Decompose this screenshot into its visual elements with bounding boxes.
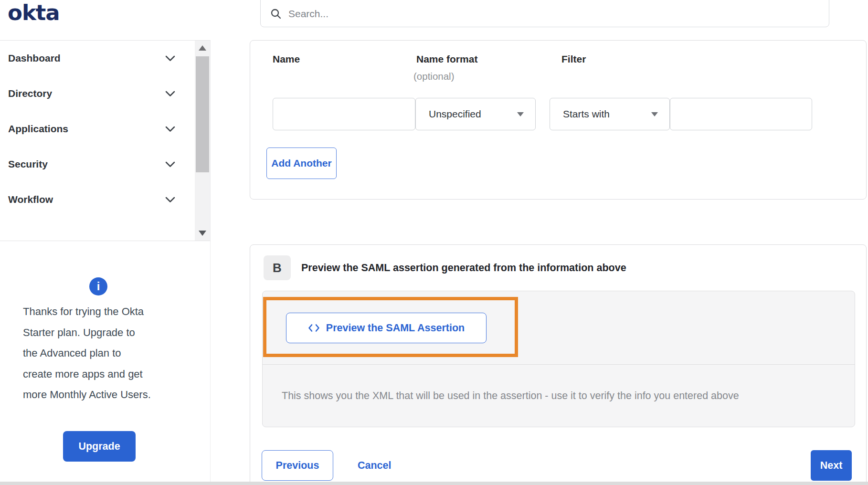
previous-button[interactable]: Previous xyxy=(262,450,333,481)
step-b-badge: B xyxy=(264,255,291,280)
attribute-statement-card: Name Name format (optional) Filter Unspe… xyxy=(250,40,867,200)
preview-section-title: Preview the SAML assertion generated fro… xyxy=(301,262,626,274)
page-bottom-scrollbar[interactable] xyxy=(0,482,868,485)
sidebar-item-workflow[interactable]: Workflow xyxy=(0,182,210,217)
sidebar-item-security[interactable]: Security xyxy=(0,147,210,182)
next-button[interactable]: Next xyxy=(811,450,852,481)
preview-saml-assertion-button[interactable]: Preview the SAML Assertion xyxy=(286,313,487,343)
sidebar-item-label: Dashboard xyxy=(8,53,61,64)
preview-hint-text: This shows you the XML that will be used… xyxy=(282,390,739,402)
chevron-down-icon xyxy=(165,91,175,97)
filter-value-input[interactable] xyxy=(670,98,812,130)
info-icon: i xyxy=(89,277,107,295)
filter-type-select[interactable]: Starts with xyxy=(550,98,670,130)
sidebar-item-directory[interactable]: Directory xyxy=(0,76,210,111)
chevron-down-icon xyxy=(165,126,175,132)
dropdown-caret-icon xyxy=(651,112,658,116)
name-column-label: Name xyxy=(273,53,300,65)
step-header: B Preview the SAML assertion generated f… xyxy=(250,245,866,280)
name-format-column-label: Name format xyxy=(416,53,477,65)
search-input[interactable] xyxy=(288,8,829,20)
preview-panel: Preview the SAML Assertion This shows yo… xyxy=(262,291,855,427)
search-icon xyxy=(270,8,282,20)
dropdown-caret-icon xyxy=(517,112,524,116)
filter-type-selected-value: Starts with xyxy=(563,108,610,120)
scrollbar-up-arrow-icon[interactable] xyxy=(199,45,206,51)
scrollbar-down-arrow-icon[interactable] xyxy=(199,231,206,236)
chevron-down-icon xyxy=(165,161,175,168)
preview-hint-area: This shows you the XML that will be used… xyxy=(263,365,855,427)
sidebar-nav: Dashboard Directory Applications Securit… xyxy=(0,40,211,241)
global-search[interactable] xyxy=(260,0,829,27)
sidebar-item-dashboard[interactable]: Dashboard xyxy=(0,41,210,76)
sidebar-item-label: Security xyxy=(8,158,48,170)
name-format-selected-value: Unspecified xyxy=(429,108,481,120)
scrollbar-thumb[interactable] xyxy=(196,56,209,172)
preview-button-area: Preview the SAML Assertion xyxy=(263,291,855,365)
sidebar-scrollbar[interactable] xyxy=(195,41,210,241)
code-brackets-icon xyxy=(308,324,320,332)
upgrade-button[interactable]: Upgrade xyxy=(63,431,136,462)
cancel-button[interactable]: Cancel xyxy=(358,450,392,481)
saml-preview-card: B Preview the SAML assertion generated f… xyxy=(250,244,867,485)
sidebar-item-applications[interactable]: Applications xyxy=(0,111,210,147)
attribute-name-input[interactable] xyxy=(273,98,415,130)
okta-logo: okta xyxy=(8,0,60,25)
plan-notice-text: Thanks for trying the Okta Starter plan.… xyxy=(23,301,188,405)
sidebar-item-label: Applications xyxy=(8,123,68,135)
chevron-down-icon xyxy=(165,197,175,203)
plan-notice-panel: i Thanks for trying the Okta Starter pla… xyxy=(0,241,211,485)
sidebar-item-label: Workflow xyxy=(8,194,53,205)
name-format-optional-hint: (optional) xyxy=(413,71,454,82)
sidebar-item-label: Directory xyxy=(8,88,52,99)
name-format-select[interactable]: Unspecified xyxy=(415,98,536,130)
chevron-down-icon xyxy=(165,55,175,62)
add-another-button[interactable]: Add Another xyxy=(266,148,337,179)
preview-button-label: Preview the SAML Assertion xyxy=(326,322,465,334)
filter-column-label: Filter xyxy=(561,53,586,65)
